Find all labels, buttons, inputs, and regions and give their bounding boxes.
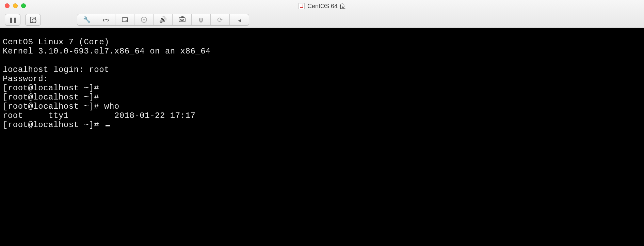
pause-icon bbox=[9, 17, 16, 23]
terminal-line: [root@localhost ~]# bbox=[3, 83, 99, 93]
usb-icon bbox=[199, 17, 204, 23]
device-toolbar bbox=[77, 14, 249, 26]
pause-button[interactable] bbox=[5, 14, 20, 26]
camera-icon bbox=[179, 17, 186, 22]
toolbar bbox=[5, 14, 249, 26]
window-title-text: CentOS 64 位 bbox=[307, 2, 345, 10]
vm-icon bbox=[299, 3, 305, 9]
sound-icon bbox=[159, 17, 167, 23]
window-title: CentOS 64 位 bbox=[0, 2, 644, 10]
settings-button[interactable] bbox=[77, 14, 96, 25]
terminal-line: [root@localhost ~]# who bbox=[3, 102, 119, 111]
harddisk-button[interactable] bbox=[115, 14, 134, 25]
terminal-line: Kernel 3.10.0-693.el7.x86_64 on an x86_6… bbox=[3, 47, 211, 56]
sound-button[interactable] bbox=[154, 14, 173, 25]
refresh-button[interactable] bbox=[211, 14, 230, 25]
terminal-line: Password: bbox=[3, 74, 48, 83]
terminal-line: root tty1 2018-01-22 17:17 bbox=[3, 111, 195, 120]
snapshot-button[interactable] bbox=[25, 14, 41, 26]
terminal-line: localhost login: root bbox=[3, 65, 109, 74]
harddisk-icon bbox=[122, 17, 128, 22]
camera-button[interactable] bbox=[173, 14, 192, 25]
back-icon bbox=[238, 17, 241, 23]
network-icon bbox=[103, 17, 109, 23]
terminal-line: [root@localhost ~]# bbox=[3, 93, 99, 102]
optical-icon bbox=[141, 17, 147, 23]
back-button[interactable] bbox=[230, 14, 249, 25]
titlebar: CentOS 64 位 bbox=[0, 0, 644, 28]
usb-button[interactable] bbox=[192, 14, 211, 25]
cursor bbox=[106, 125, 110, 126]
terminal-prompt: [root@localhost ~]# bbox=[3, 120, 104, 129]
terminal-line: CentOS Linux 7 (Core) bbox=[3, 37, 109, 47]
network-button[interactable] bbox=[96, 14, 115, 25]
refresh-icon bbox=[217, 16, 223, 23]
wrench-icon bbox=[83, 17, 91, 23]
terminal[interactable]: CentOS Linux 7 (Core) Kernel 3.10.0-693.… bbox=[0, 28, 644, 246]
snapshot-icon bbox=[30, 17, 36, 23]
optical-button[interactable] bbox=[134, 14, 154, 25]
